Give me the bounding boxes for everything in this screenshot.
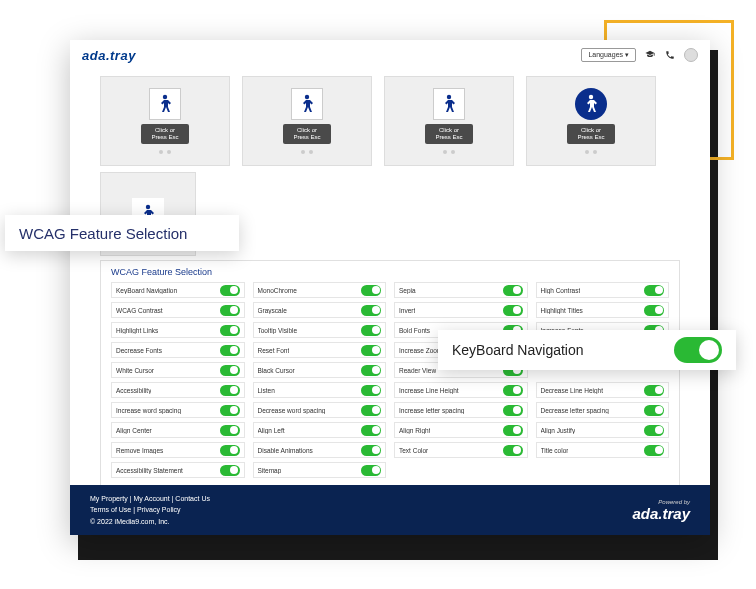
feature-toggle-row: Accessibility Statement [111, 462, 245, 478]
feature-toggle[interactable] [361, 365, 381, 376]
feature-label: Text Color [399, 447, 428, 454]
avatar[interactable] [684, 48, 698, 62]
feature-toggle[interactable] [220, 405, 240, 416]
feature-toggle[interactable] [361, 285, 381, 296]
feature-toggle[interactable] [361, 345, 381, 356]
feature-label: High Contrast [541, 287, 581, 294]
pager-dots [301, 150, 313, 154]
feature-label: Increase Line Height [399, 387, 459, 394]
feature-label: Accessibility [116, 387, 151, 394]
footer-copyright: © 2022 iMedia9.com, Inc. [90, 516, 210, 527]
feature-label: Reset Font [258, 347, 290, 354]
feature-toggle[interactable] [361, 465, 381, 476]
accessibility-icon [433, 88, 465, 120]
click-badge: Click orPress Esc [567, 124, 615, 143]
feature-toggle-row: Sitemap [253, 462, 387, 478]
feature-toggle[interactable] [361, 325, 381, 336]
feature-toggle-row: MonoChrome [253, 282, 387, 298]
svg-point-1 [305, 95, 309, 99]
feature-label: Decrease Line Height [541, 387, 604, 394]
feature-toggle[interactable] [220, 425, 240, 436]
feature-label: Disable Animations [258, 447, 313, 454]
feature-toggle-row: White Cursor [111, 362, 245, 378]
feature-toggle-row: Decrease Line Height [536, 382, 670, 398]
feature-toggle[interactable] [361, 445, 381, 456]
feature-toggle-row: Decrease letter spacing [536, 402, 670, 418]
keyboard-nav-toggle[interactable] [674, 337, 722, 363]
feature-toggle[interactable] [644, 425, 664, 436]
feature-label: Bold Fonts [399, 327, 430, 334]
feature-toggle-row: Black Cursor [253, 362, 387, 378]
feature-toggle[interactable] [361, 405, 381, 416]
feature-toggle[interactable] [361, 425, 381, 436]
feature-toggle[interactable] [220, 305, 240, 316]
feature-toggle[interactable] [503, 305, 523, 316]
wcag-panel: WCAG Feature Selection KeyBoard Navigati… [100, 260, 680, 489]
feature-toggle[interactable] [503, 445, 523, 456]
accessibility-icon [291, 88, 323, 120]
feature-toggle-row: Highlight Links [111, 322, 245, 338]
feature-toggle[interactable] [503, 285, 523, 296]
feature-toggle-row: Listen [253, 382, 387, 398]
feature-toggle-row: Decrease word spacing [253, 402, 387, 418]
icon-row-top: Click orPress Esc Click orPress Esc Clic… [70, 70, 710, 172]
grad-cap-icon[interactable] [644, 49, 656, 61]
footer: My Property | My Account | Contact Us Te… [70, 485, 710, 535]
accessibility-card[interactable]: Click orPress Esc [526, 76, 656, 166]
feature-toggle-row: Invert [394, 302, 528, 318]
click-badge: Click orPress Esc [283, 124, 331, 143]
feature-toggle-row: Tooltip Visible [253, 322, 387, 338]
feature-label: Highlight Titles [541, 307, 583, 314]
feature-toggle[interactable] [220, 385, 240, 396]
feature-toggle[interactable] [644, 385, 664, 396]
brand-logo: ada.tray [82, 48, 136, 63]
feature-label: Remove Images [116, 447, 163, 454]
feature-toggle-row: Increase letter spacing [394, 402, 528, 418]
feature-toggle[interactable] [644, 285, 664, 296]
feature-toggle-row: Text Color [394, 442, 528, 458]
accessibility-card[interactable]: Click orPress Esc [242, 76, 372, 166]
feature-label: Listen [258, 387, 275, 394]
feature-label: Highlight Links [116, 327, 158, 334]
feature-toggle[interactable] [220, 365, 240, 376]
feature-toggle[interactable] [503, 385, 523, 396]
feature-label: Increase letter spacing [399, 407, 464, 414]
feature-label: Title color [541, 447, 569, 454]
phone-icon[interactable] [664, 49, 676, 61]
accessibility-icon [149, 88, 181, 120]
feature-label: Reader View [399, 367, 436, 374]
feature-toggle[interactable] [220, 445, 240, 456]
feature-toggle[interactable] [220, 465, 240, 476]
feature-toggle[interactable] [644, 405, 664, 416]
feature-toggle[interactable] [220, 285, 240, 296]
feature-toggle-row: Disable Animations [253, 442, 387, 458]
languages-button[interactable]: Languages ▾ [581, 48, 636, 62]
feature-label: Black Cursor [258, 367, 295, 374]
feature-toggle-row: Increase Line Height [394, 382, 528, 398]
feature-toggle[interactable] [503, 405, 523, 416]
feature-label: Decrease Fonts [116, 347, 162, 354]
feature-label: White Cursor [116, 367, 154, 374]
feature-label: Increase word spacing [116, 407, 181, 414]
callout-keyboard-nav: KeyBoard Navigation [438, 330, 736, 370]
accessibility-card[interactable]: Click orPress Esc [384, 76, 514, 166]
footer-legal[interactable]: Terms of Use | Privacy Policy [90, 504, 210, 515]
accessibility-card[interactable]: Click orPress Esc [100, 76, 230, 166]
footer-nav[interactable]: My Property | My Account | Contact Us [90, 493, 210, 504]
feature-toggle[interactable] [361, 305, 381, 316]
feature-toggle-row: Accessibility [111, 382, 245, 398]
callout-kbd-label: KeyBoard Navigation [452, 342, 584, 358]
feature-toggle[interactable] [220, 325, 240, 336]
feature-toggle[interactable] [644, 305, 664, 316]
svg-point-3 [589, 95, 593, 99]
click-badge: Click orPress Esc [141, 124, 189, 143]
feature-label: Align Center [116, 427, 152, 434]
svg-point-4 [146, 205, 150, 209]
feature-toggle[interactable] [644, 445, 664, 456]
feature-toggle[interactable] [503, 425, 523, 436]
feature-label: Increase Zoom [399, 347, 442, 354]
feature-toggle[interactable] [220, 345, 240, 356]
feature-label: KeyBoard Navigation [116, 287, 177, 294]
pager-dots [443, 150, 455, 154]
feature-toggle[interactable] [361, 385, 381, 396]
